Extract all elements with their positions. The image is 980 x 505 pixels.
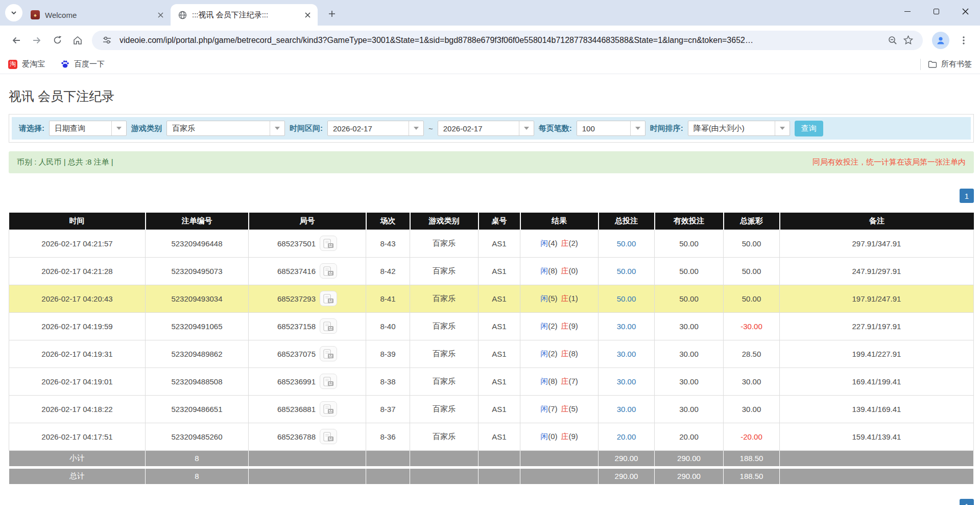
url-text[interactable]: videoie.com/ipl/portal.php/game/betrecor…: [119, 36, 880, 45]
dropdown-arrow-icon[interactable]: [111, 121, 126, 135]
summary-row: 小计 8 290.00 290.00 188.50: [9, 450, 974, 467]
cell-round-id: 685236881: [277, 405, 316, 414]
all-bookmarks[interactable]: 所有书签: [920, 59, 972, 70]
back-icon: [11, 35, 21, 45]
page-size-value: 100: [577, 124, 630, 133]
minimize-button[interactable]: [893, 0, 922, 22]
profile-avatar[interactable]: [932, 32, 949, 49]
bookmark-label: 爱淘宝: [22, 59, 45, 69]
result-player-label: 闲: [540, 377, 548, 385]
column-header-9: 总派彩: [724, 213, 780, 229]
home-button[interactable]: [67, 30, 88, 51]
bookmark-taobao[interactable]: 淘 爱淘宝: [8, 59, 45, 69]
bookmark-baidu[interactable]: 百度一下: [60, 59, 105, 69]
bookmarks-divider: [920, 59, 921, 70]
cell-result: 闲(7)庄(5): [520, 395, 599, 423]
total-bet-link[interactable]: 30.00: [617, 350, 636, 358]
total-bet-link[interactable]: 50.00: [617, 294, 636, 303]
video-replay-button[interactable]: [320, 318, 337, 334]
browser-menu-button[interactable]: [953, 30, 974, 51]
tab-search-button[interactable]: [5, 4, 22, 21]
date-to-picker[interactable]: 2026-02-17: [438, 121, 534, 136]
cell-table-id: AS1: [492, 377, 506, 386]
film-icon: [323, 349, 334, 359]
result-banker-num: (1): [569, 294, 578, 303]
video-replay-button[interactable]: [320, 429, 337, 444]
bet-records-table: 时间注单编号局号场次游戏类别桌号结果总投注有效投注总派彩备注 2026-02-1…: [9, 213, 974, 484]
cell-round-id: 685237158: [277, 322, 316, 331]
date-from-value: 2026-02-17: [328, 124, 409, 133]
summary-count: 8: [146, 467, 249, 484]
cell-time: 2026-02-17 04:18:22: [41, 405, 112, 414]
total-bet-link[interactable]: 50.00: [617, 239, 636, 248]
total-bet-link[interactable]: 30.00: [617, 405, 636, 414]
result-player-label: 闲: [540, 239, 548, 247]
search-button[interactable]: 查询: [795, 121, 823, 136]
dropdown-arrow-icon[interactable]: [630, 121, 645, 135]
result-banker-num: (5): [569, 404, 578, 413]
game-type-select[interactable]: 百家乐: [166, 121, 285, 136]
maximize-button[interactable]: [922, 0, 951, 22]
summary-payout: 188.50: [724, 450, 780, 467]
date-from-picker[interactable]: 2026-02-17: [327, 121, 424, 136]
sort-select[interactable]: 降幂(由大到小): [688, 121, 790, 136]
refresh-button[interactable]: [47, 30, 67, 51]
page-1-button[interactable]: 1: [960, 189, 974, 203]
zoom-out-icon[interactable]: [885, 36, 900, 45]
cell-game-type: 百家乐: [433, 377, 456, 385]
currency-summary-text: 币别 : 人民币 | 总共 :8 注单 |: [17, 157, 113, 167]
page-size-select[interactable]: 100: [577, 121, 646, 136]
page-content: 视讯 会员下注纪录 请选择: 日期查询 游戏类别 百家乐 时间区间: 2026-…: [9, 88, 974, 505]
film-icon: [323, 404, 334, 414]
cell-payout: 30.00: [742, 377, 761, 386]
back-button[interactable]: [6, 30, 27, 51]
table-row: 2026-02-17 04:19:59 523209491065 6852371…: [9, 312, 974, 340]
video-replay-button[interactable]: [320, 346, 337, 361]
total-bet-link[interactable]: 30.00: [617, 322, 636, 331]
query-mode-select[interactable]: 日期查询: [49, 121, 127, 136]
cell-time: 2026-02-17 04:19:31: [41, 350, 112, 358]
plus-icon: [328, 10, 336, 17]
forward-button[interactable]: [27, 30, 47, 51]
video-replay-button[interactable]: [320, 263, 337, 279]
cell-round-id: 685237501: [277, 239, 316, 248]
dropdown-arrow-icon[interactable]: [270, 121, 284, 135]
cell-game-type: 百家乐: [433, 294, 456, 303]
tab-close-icon[interactable]: [154, 9, 166, 21]
cell-time: 2026-02-17 04:21:57: [41, 239, 112, 248]
tab-welcome[interactable]: ♠ Welcome: [23, 4, 171, 26]
total-bet-link[interactable]: 20.00: [617, 432, 636, 441]
cell-bet-id: 523209485260: [171, 432, 222, 441]
cell-payout: -30.00: [740, 322, 762, 331]
baidu-paw-icon: [60, 60, 69, 69]
summary-total-bet: 290.00: [599, 467, 655, 484]
cell-result: 闲(5)庄(1): [520, 285, 599, 312]
tab-bet-records[interactable]: :::视讯 会员下注纪录:::: [171, 4, 318, 26]
new-tab-button[interactable]: [323, 5, 341, 23]
total-bet-link[interactable]: 50.00: [617, 267, 636, 276]
video-replay-button[interactable]: [320, 374, 337, 389]
result-banker-label: 庄: [561, 322, 569, 330]
address-bar[interactable]: videoie.com/ipl/portal.php/game/betrecor…: [92, 31, 923, 50]
film-icon: [323, 377, 334, 386]
cell-game-type: 百家乐: [433, 349, 456, 358]
cell-payout: 50.00: [742, 239, 761, 248]
dropdown-arrow-icon[interactable]: [775, 121, 790, 135]
cell-round-id: 685237416: [277, 267, 316, 276]
dropdown-arrow-icon[interactable]: [519, 121, 534, 135]
site-settings-icon[interactable]: [99, 36, 114, 44]
video-replay-button[interactable]: [320, 401, 337, 417]
video-replay-button[interactable]: [320, 236, 337, 251]
tab-close-icon[interactable]: [301, 9, 314, 21]
browser-toolbar: videoie.com/ipl/portal.php/game/betrecor…: [0, 26, 980, 55]
dropdown-arrow-icon[interactable]: [409, 121, 423, 135]
bookmarks-bar: 淘 爱淘宝 百度一下 所有书签: [0, 55, 980, 74]
close-button[interactable]: [951, 0, 980, 22]
cell-result: 闲(2)庄(9): [520, 312, 599, 340]
cell-time: 2026-02-17 04:17:51: [41, 432, 112, 441]
video-replay-button[interactable]: [320, 291, 337, 306]
film-icon: [323, 432, 334, 442]
bookmark-star-icon[interactable]: [900, 35, 916, 45]
page-1-button[interactable]: 1: [960, 499, 974, 505]
total-bet-link[interactable]: 30.00: [617, 377, 636, 386]
